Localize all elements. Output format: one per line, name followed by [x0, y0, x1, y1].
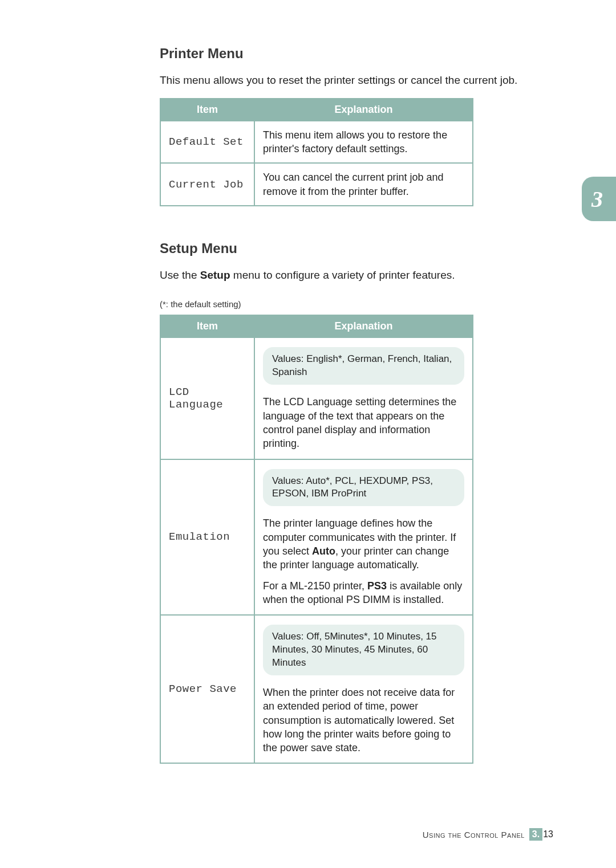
setup-menu-heading: Setup Menu	[160, 241, 553, 256]
explanation-power-save: Values: Off, 5Minutes*, 10 Minutes, 15 M…	[254, 615, 473, 763]
description-text: The printer language defines how the com…	[263, 516, 464, 572]
printer-menu-intro: This menu allows you to reset the printe…	[160, 73, 553, 88]
table-row: Current Job You can cancel the current p…	[160, 163, 473, 206]
table-row: LCD Language Values: English*, German, F…	[160, 337, 473, 459]
table-header-row: Item Explanation	[160, 315, 473, 337]
description-text: When the printer does not receive data f…	[263, 686, 464, 755]
setup-menu-intro: Use the Setup menu to configure a variet…	[160, 268, 553, 283]
table-row: Default Set This menu item allows you to…	[160, 121, 473, 164]
item-lcd-language: LCD Language	[160, 337, 254, 459]
page-content: Printer Menu This menu allows you to res…	[0, 0, 616, 798]
item-default-set: Default Set	[160, 121, 254, 164]
bold-text: Auto	[312, 545, 335, 557]
column-header-explanation: Explanation	[254, 315, 473, 337]
default-setting-note: (*: the default setting)	[160, 299, 553, 309]
values-box: Values: Off, 5Minutes*, 10 Minutes, 15 M…	[263, 625, 464, 675]
intro-text: menu to configure a variety of printer f…	[230, 269, 455, 281]
item-emulation: Emulation	[160, 459, 254, 616]
column-header-explanation: Explanation	[254, 99, 473, 121]
explanation-lcd-language: Values: English*, German, French, Italia…	[254, 337, 473, 459]
bold-text: PS3	[367, 580, 387, 592]
text: For a ML-2150 printer,	[263, 580, 367, 592]
page-footer: Using the Control Panel 3.13	[423, 828, 553, 841]
intro-bold: Setup	[200, 269, 230, 281]
table-row: Emulation Values: Auto*, PCL, HEXDUMP, P…	[160, 459, 473, 616]
table-row: Power Save Values: Off, 5Minutes*, 10 Mi…	[160, 615, 473, 763]
printer-menu-table: Item Explanation Default Set This menu i…	[160, 98, 473, 206]
item-current-job: Current Job	[160, 163, 254, 206]
explanation-emulation: Values: Auto*, PCL, HEXDUMP, PS3, EPSON,…	[254, 459, 473, 616]
item-power-save: Power Save	[160, 615, 254, 763]
intro-text: Use the	[160, 269, 200, 281]
footer-title: Using the Control Panel	[423, 830, 525, 840]
column-header-item: Item	[160, 99, 254, 121]
footer-page-number: 13	[543, 829, 553, 840]
setup-menu-table: Item Explanation LCD Language Values: En…	[160, 315, 473, 764]
column-header-item: Item	[160, 315, 254, 337]
description-text: For a ML-2150 printer, PS3 is available …	[263, 579, 464, 607]
explanation-current-job: You can cancel the current print job and…	[254, 163, 473, 206]
description-text: The LCD Language setting determines the …	[263, 395, 464, 450]
table-header-row: Item Explanation	[160, 99, 473, 121]
footer-chapter: 3.	[529, 828, 542, 841]
values-box: Values: Auto*, PCL, HEXDUMP, PS3, EPSON,…	[263, 469, 464, 507]
values-box: Values: English*, German, French, Italia…	[263, 347, 464, 385]
printer-menu-heading: Printer Menu	[160, 46, 553, 62]
explanation-default-set: This menu item allows you to restore the…	[254, 121, 473, 164]
